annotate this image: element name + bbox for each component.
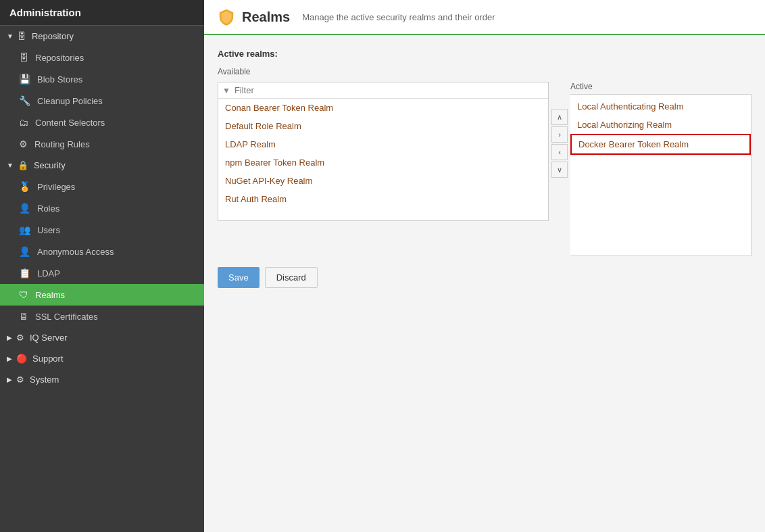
sidebar-section-repository: ▼ 🗄 Repository 🗄 Repositories 💾 Blob Sto… <box>0 26 204 155</box>
available-realm-item[interactable]: Conan Bearer Token Realm <box>218 99 548 117</box>
filter-box: ▼ <box>218 82 548 99</box>
sidebar-item-blob-stores[interactable]: 💾 Blob Stores <box>0 68 204 90</box>
sidebar-section-repository-toggle[interactable]: ▼ 🗄 Repository <box>0 26 204 47</box>
move-left-button[interactable]: ‹ <box>551 144 568 160</box>
sidebar-item-label: Repositories <box>35 53 84 63</box>
support-arrow-icon: ▶ <box>7 355 12 362</box>
save-button[interactable]: Save <box>218 267 260 288</box>
content-selectors-icon: 🗂 <box>19 117 28 128</box>
move-up-button[interactable]: ∧ <box>551 109 568 125</box>
move-right-button[interactable]: › <box>551 126 568 143</box>
sidebar-section-security: ▼ 🔒 Security 🏅 Privileges 👤 Roles 👥 User… <box>0 155 204 327</box>
sidebar-item-roles[interactable]: 👤 Roles <box>0 197 204 219</box>
sidebar-title: Administration <box>9 7 81 18</box>
sidebar-section-support: ▶ 🔴 Support <box>0 348 204 369</box>
available-realm-item[interactable]: Rut Auth Realm <box>218 190 548 208</box>
cleanup-icon: 🔧 <box>19 95 30 106</box>
active-realm-item[interactable]: Local Authenticating Realm <box>570 97 751 116</box>
support-icon: 🔴 <box>16 354 27 364</box>
anonymous-icon: 👤 <box>19 246 30 257</box>
sidebar-item-routing-rules[interactable]: ⚙ Routing Rules <box>0 133 204 155</box>
sidebar-item-content-selectors[interactable]: 🗂 Content Selectors <box>0 112 204 133</box>
sidebar-item-label: Realms <box>35 290 65 300</box>
repository-arrow-icon: ▼ <box>7 32 14 40</box>
filter-icon: ▼ <box>222 86 230 95</box>
panel-labels-row: Available <box>218 67 751 79</box>
available-panel: ▼ Conan Bearer Token RealmDefault Role R… <box>218 82 549 221</box>
sidebar-item-privileges[interactable]: 🏅 Privileges <box>0 176 204 197</box>
iq-server-icon: ⚙ <box>16 333 24 343</box>
sidebar-item-label: SSL Certificates <box>35 312 98 322</box>
system-icon: ⚙ <box>16 374 24 385</box>
realms-icon: 🛡 <box>19 289 28 300</box>
sidebar-item-realms[interactable]: 🛡 Realms <box>0 284 204 306</box>
security-section-label: Security <box>34 160 66 170</box>
sidebar-item-label: Blob Stores <box>37 74 82 84</box>
realms-layout: ▼ Conan Bearer Token RealmDefault Role R… <box>218 82 751 256</box>
sidebar-item-ssl-certificates[interactable]: 🖥 SSL Certificates <box>0 306 204 327</box>
users-icon: 👥 <box>19 224 30 235</box>
active-realm-item[interactable]: Docker Bearer Token Realm <box>570 134 751 155</box>
sidebar-item-cleanup-policies[interactable]: 🔧 Cleanup Policies <box>0 90 204 112</box>
security-icon: 🔒 <box>18 160 28 170</box>
system-section-label: System <box>30 374 59 385</box>
available-realm-item[interactable]: LDAP Realm <box>218 135 548 153</box>
action-buttons: Save Discard <box>218 267 751 288</box>
sidebar-item-label: Privileges <box>37 182 75 192</box>
blob-stores-icon: 💾 <box>19 74 30 84</box>
move-down-button[interactable]: ∨ <box>551 162 568 178</box>
available-realm-list: Conan Bearer Token RealmDefault Role Rea… <box>218 99 548 220</box>
sidebar-section-system: ▶ ⚙ System <box>0 369 204 390</box>
ssl-icon: 🖥 <box>19 311 28 322</box>
page-title: Realms <box>242 9 290 25</box>
sidebar-section-security-toggle[interactable]: ▼ 🔒 Security <box>0 155 204 176</box>
main-content: Realms Manage the active security realms… <box>204 0 765 532</box>
system-arrow-icon: ▶ <box>7 376 12 383</box>
ldap-icon: 📋 <box>19 268 30 279</box>
sidebar-item-label: Routing Rules <box>34 139 90 149</box>
available-realm-item[interactable]: NuGet API-Key Realm <box>218 172 548 190</box>
content-area: Active realms: Available ▼ Conan Bearer … <box>204 35 765 301</box>
shield-icon <box>218 8 235 26</box>
available-realm-item[interactable]: npm Bearer Token Realm <box>218 153 548 172</box>
sidebar-item-users[interactable]: 👥 Users <box>0 219 204 241</box>
routing-rules-icon: ⚙ <box>19 139 28 149</box>
sidebar-item-label: Anonymous Access <box>37 247 114 257</box>
active-realm-item[interactable]: Local Authorizing Realm <box>570 116 751 134</box>
sidebar-item-repositories[interactable]: 🗄 Repositories <box>0 47 204 68</box>
move-buttons: ∧ › ‹ ∨ <box>549 82 570 178</box>
page-subtitle: Manage the active security realms and th… <box>302 12 495 22</box>
support-section-label: Support <box>32 354 64 364</box>
sidebar-item-label: Content Selectors <box>35 118 105 128</box>
active-realm-list: Local Authenticating RealmLocal Authoriz… <box>570 97 751 155</box>
sidebar-item-label: Roles <box>37 203 59 214</box>
sidebar: Administration ▼ 🗄 Repository 🗄 Reposito… <box>0 0 204 532</box>
available-realm-item[interactable]: Default Role Realm <box>218 117 548 135</box>
sidebar-item-ldap[interactable]: 📋 LDAP <box>0 262 204 284</box>
filter-input[interactable] <box>235 85 544 95</box>
repositories-icon: 🗄 <box>19 52 28 63</box>
sidebar-item-label: LDAP <box>37 268 60 279</box>
active-panel: Local Authenticating RealmLocal Authoriz… <box>570 94 751 256</box>
sidebar-section-support-toggle[interactable]: ▶ 🔴 Support <box>0 348 204 369</box>
repository-section-label: Repository <box>32 31 74 41</box>
section-label: Active realms: <box>218 49 751 59</box>
iq-arrow-icon: ▶ <box>7 334 12 341</box>
discard-button[interactable]: Discard <box>265 267 318 288</box>
sidebar-item-label: Users <box>37 225 60 235</box>
sidebar-section-iq-toggle[interactable]: ▶ ⚙ IQ Server <box>0 327 204 348</box>
roles-icon: 👤 <box>19 203 30 214</box>
iq-section-label: IQ Server <box>30 333 68 343</box>
sidebar-item-anonymous-access[interactable]: 👤 Anonymous Access <box>0 241 204 262</box>
sidebar-section-iq-server: ▶ ⚙ IQ Server <box>0 327 204 348</box>
privileges-icon: 🏅 <box>19 181 30 192</box>
sidebar-header: Administration <box>0 0 204 26</box>
repository-icon: 🗄 <box>18 31 26 41</box>
active-label: Active <box>570 82 751 91</box>
page-header: Realms Manage the active security realms… <box>204 0 765 35</box>
available-label: Available <box>218 67 549 76</box>
security-arrow-icon: ▼ <box>7 162 14 169</box>
sidebar-section-system-toggle[interactable]: ▶ ⚙ System <box>0 369 204 390</box>
sidebar-item-label: Cleanup Policies <box>37 96 103 106</box>
active-panel-wrapper: Active Local Authenticating RealmLocal A… <box>570 82 751 256</box>
